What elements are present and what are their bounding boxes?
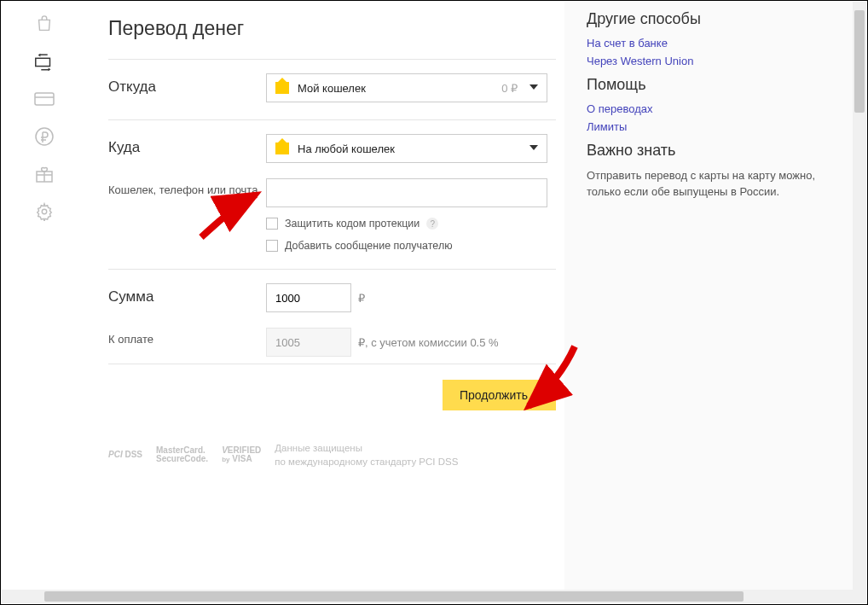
- protect-label: Защитить кодом протекции: [285, 218, 420, 230]
- security-text: Данные защищены по международному станда…: [275, 441, 458, 468]
- continue-button[interactable]: Продолжить: [443, 380, 556, 410]
- nav-transfer[interactable]: [2, 43, 87, 80]
- verified-by-visa-badge: VERIFIEDby VISA: [222, 446, 261, 464]
- chevron-down-icon: [529, 84, 538, 90]
- fee-text: ₽, с учетом комиссии 0.5 %: [358, 336, 499, 349]
- link-about-transfers[interactable]: О переводах: [587, 102, 829, 115]
- aside-panel: Другие способы На счет в банке Через Wes…: [582, 2, 853, 218]
- shopping-bag-icon: [35, 15, 54, 33]
- horizontal-scrollbar[interactable]: [2, 590, 866, 603]
- page-title: Перевод денег: [108, 17, 556, 40]
- important-heading: Важно знать: [587, 142, 829, 160]
- to-wallet-select[interactable]: На любой кошелек: [266, 134, 547, 163]
- transfer-icon: [33, 51, 55, 72]
- help-icon[interactable]: ?: [426, 218, 438, 230]
- svg-rect-0: [36, 58, 50, 66]
- sidebar: [2, 2, 87, 590]
- wallet-icon: [275, 82, 289, 94]
- ruble-circle-icon: [34, 126, 55, 147]
- pci-dss-badge: PCI DSS: [108, 451, 142, 460]
- continue-label: Продолжить: [460, 388, 528, 402]
- help-heading: Помощь: [587, 76, 829, 94]
- to-wallet-label: На любой кошелек: [298, 143, 395, 155]
- wallet-icon: [275, 143, 289, 154]
- nav-settings[interactable]: [2, 193, 87, 230]
- gear-icon: [35, 202, 54, 221]
- other-methods-heading: Другие способы: [587, 10, 829, 28]
- nav-shop[interactable]: [2, 5, 87, 43]
- protect-checkbox[interactable]: [266, 218, 278, 230]
- svg-point-9: [42, 209, 47, 214]
- recipient-label: Кошелек, телефон или почта: [108, 178, 266, 198]
- amount-input[interactable]: [266, 283, 351, 312]
- security-badges: PCI DSS MasterCard.SecureCode. VERIFIEDb…: [108, 422, 556, 475]
- to-pay-label: К оплате: [108, 328, 266, 347]
- vertical-scrollbar[interactable]: [853, 2, 866, 590]
- from-wallet-select[interactable]: Мой кошелек 0 ₽: [266, 73, 547, 102]
- nav-ruble[interactable]: [2, 118, 87, 155]
- link-bank-account[interactable]: На счет в банке: [587, 37, 829, 49]
- from-heading: Откуда: [108, 73, 266, 96]
- mastercard-securecode-badge: MasterCard.SecureCode.: [156, 446, 208, 464]
- transfer-form: Перевод денег Откуда Мой кошелек 0 ₽: [87, 2, 564, 590]
- important-note: Отправить перевод с карты на карту можно…: [587, 168, 829, 201]
- section-amount: Сумма ₽ К оплате ₽, с учетом комиссии 0.…: [108, 269, 556, 364]
- add-message-label: Добавить сообщение получателю: [285, 240, 453, 252]
- card-icon: [34, 91, 55, 107]
- gift-icon: [34, 164, 55, 184]
- amount-heading: Сумма: [108, 283, 266, 305]
- from-wallet-balance: 0 ₽: [501, 82, 518, 95]
- nav-card[interactable]: [2, 80, 87, 118]
- nav-gift[interactable]: [2, 155, 87, 193]
- action-bar: Продолжить: [108, 364, 556, 422]
- section-to: Куда На любой кошелек Кошелек, телефон и…: [108, 119, 556, 269]
- add-message-checkbox[interactable]: [266, 240, 278, 252]
- to-heading: Куда: [108, 134, 266, 156]
- chevron-right-icon: [536, 392, 541, 398]
- from-wallet-label: Мой кошелек: [298, 82, 366, 95]
- link-western-union[interactable]: Через Western Union: [587, 55, 829, 67]
- to-pay-value: [266, 328, 351, 357]
- currency-symbol: ₽: [358, 292, 365, 305]
- svg-rect-3: [35, 93, 54, 105]
- chevron-down-icon: [529, 145, 538, 150]
- link-limits[interactable]: Лимиты: [587, 120, 829, 133]
- svg-point-5: [36, 128, 53, 145]
- recipient-input[interactable]: [266, 178, 547, 207]
- section-from: Откуда Мой кошелек 0 ₽: [108, 59, 556, 119]
